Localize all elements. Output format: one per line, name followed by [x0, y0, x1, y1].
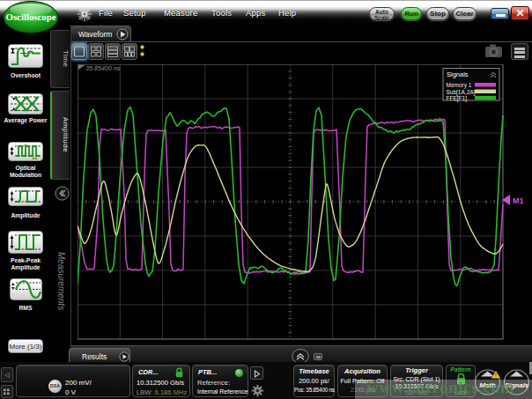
svg-text:FFE[F1]: FFE[F1] [447, 95, 468, 102]
svg-text:Signals: Signals [447, 70, 469, 78]
svg-text:35.85400 ns: 35.85400 ns [85, 64, 121, 72]
svg-text:M1: M1 [513, 196, 524, 205]
svg-text:Oscilloscope: Oscilloscope [6, 11, 56, 22]
